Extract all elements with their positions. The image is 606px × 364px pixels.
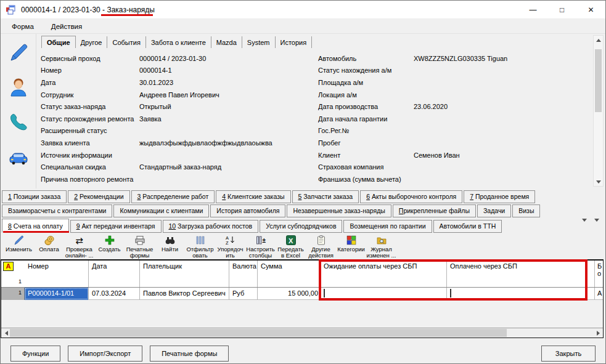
tab-obschie[interactable]: Общие — [41, 36, 76, 48]
cell-payer[interactable]: Павлов Виктор Сергеевич — [140, 288, 229, 300]
maximize-button[interactable]: □ — [547, 1, 576, 18]
column-header-currency[interactable]: Валюта — [229, 261, 258, 287]
export-excel-button[interactable]: X Передатьв Excel — [276, 233, 306, 259]
tab-vizy[interactable]: Визы — [512, 204, 540, 217]
person-icon[interactable] — [7, 76, 30, 99]
field-value[interactable]: жыдвалэфыжфдывлаофжфжыдвлаоыжва — [139, 139, 315, 147]
car-icon[interactable] — [7, 147, 30, 169]
field-value[interactable]: Заявка — [139, 115, 315, 123]
print-forms-footer-button[interactable]: Печатные формы — [150, 346, 229, 362]
tab-mazda[interactable]: Mazda — [211, 36, 242, 48]
tab-akt-peredachi[interactable]: 9 Акт передачи инвентаря — [70, 220, 162, 233]
column-header-payer[interactable]: Плательщик — [140, 261, 229, 287]
table-horizontal-scrollbar[interactable] — [1, 328, 603, 338]
column-header-sbp-pending[interactable]: Ожидание оплаты через СБП — [321, 261, 447, 287]
import-export-button[interactable]: Импорт/Экспорт — [68, 346, 142, 362]
column-header-date[interactable]: Дата — [89, 261, 140, 287]
categories-button[interactable]: Категории — [336, 233, 366, 259]
filter-button[interactable]: Отфильтровать — [185, 233, 215, 259]
sort-button[interactable]: AZ Упорядочить — [215, 233, 245, 259]
tab-zapchasti-zakaza[interactable]: 5 Запчасти заказа — [292, 190, 359, 203]
close-button[interactable]: Закрыть — [541, 346, 596, 362]
tab-avtomobili-v-ttn[interactable]: Автомобили в ТТН — [433, 220, 502, 233]
scroll-up-icon[interactable] — [594, 36, 603, 44]
print-forms-button[interactable]: Печатныеформы — [125, 233, 155, 259]
tab-klientskie-zakazy[interactable]: 4 Клиентские заказы — [216, 190, 290, 203]
edit-button[interactable]: Изменить — [4, 233, 34, 259]
close-icon[interactable]: ✕ — [576, 1, 605, 18]
field-value[interactable]: 30.01.2023 — [139, 79, 315, 86]
scrollbar-thumb[interactable] — [10, 329, 507, 337]
configure-columns-button[interactable]: ± Настроитьстолбцы — [245, 233, 276, 259]
field-value[interactable]: XW8ZZZ5NZLG030335 Tiguan — [414, 55, 592, 62]
tab-scheta-na-oplatu[interactable]: 8 Счета на оплату — [2, 219, 69, 233]
menu-deystviya[interactable]: Действия — [51, 23, 82, 30]
field-value[interactable]: Стандартный заказ-наряд — [139, 163, 315, 171]
tab-drugoe[interactable]: Другое — [76, 36, 108, 48]
cell-date[interactable]: 07.03.2024 — [89, 288, 140, 300]
cell-clipped[interactable]: А — [595, 288, 603, 300]
scroll-down-icon[interactable] — [594, 177, 603, 186]
find-button[interactable]: Найти — [155, 233, 185, 259]
tab-zabota-o-kliente[interactable]: Забота о клиенте — [146, 36, 211, 48]
tab-vzaimoraschety[interactable]: Взаиморасчеты с контрагентами — [2, 204, 112, 217]
column-header-sbp-paid[interactable]: Оплачено через СБП — [447, 261, 595, 287]
create-button[interactable]: Создать — [94, 233, 125, 259]
field-row: Пробег — [318, 137, 592, 149]
phone-icon[interactable] — [7, 111, 30, 134]
tab-label: Возмещения по гарантии — [350, 222, 425, 230]
tab-pozitsii-zakaza[interactable]: 1 Позиции заказа — [2, 190, 67, 203]
tab-nezavershennye[interactable]: Незавершенные заказ-наряды — [287, 204, 391, 217]
field-row: Статус прохождения ремонтаЗаявка — [41, 113, 315, 125]
sbp-pending-checkbox[interactable] — [324, 289, 325, 297]
tab-kommunikatsii[interactable]: Коммуникации с клиентами — [113, 204, 209, 217]
table-corner-marker[interactable]: A — [3, 262, 14, 271]
other-actions-button[interactable]: Другиедействия — [306, 233, 336, 259]
tab-prikreplennye-fayly[interactable]: Прикрепленные файлы — [393, 204, 476, 217]
tab-istoriya-avtomobilya[interactable]: История автомобиля — [210, 204, 285, 217]
tab-zagruzka-postov[interactable]: 10 Загрузка рабочих постов — [163, 220, 259, 233]
cell-invoice-number[interactable]: P0000014-1/01 — [25, 288, 89, 300]
field-label: Сотрудник — [41, 91, 139, 99]
minimize-button[interactable]: — — [518, 1, 547, 18]
field-value[interactable]: 23.06.2020 — [414, 103, 592, 110]
tab-scroll-left-icon[interactable] — [582, 222, 587, 229]
tab-system[interactable]: System — [242, 36, 276, 48]
tab-rekomendatsii[interactable]: 2 Рекомендации — [68, 190, 129, 203]
tab-label: Акты выборочного контроля — [370, 193, 456, 200]
field-value[interactable]: 0000014 / 2023-01-30 — [139, 55, 315, 62]
tab-scroll-right-icon[interactable] — [594, 222, 599, 229]
row-number-cell[interactable]: 1 — [1, 288, 25, 300]
tab-label: Автомобили в ТТН — [440, 222, 496, 230]
payment-button[interactable]: Оплата — [34, 233, 64, 259]
tab-prodannoe-vremya[interactable]: 7 Проданное время — [464, 190, 535, 203]
functions-button[interactable]: Функции — [10, 346, 60, 362]
tab-uslugi-subpodryadchikov[interactable]: Услуги субподрядчиков — [260, 220, 342, 233]
tab-akty-kontrolya[interactable]: 6 Акты выборочного контроля — [360, 190, 462, 203]
cell-sbp-paid[interactable] — [447, 288, 595, 300]
sbp-paid-checkbox[interactable] — [450, 289, 451, 297]
change-log-button[interactable]: Журнализменен ... — [366, 233, 396, 259]
tab-sobytiya[interactable]: События — [107, 36, 145, 48]
online-check-button[interactable]: ⇄ Проверкаонлайн- ... — [64, 233, 94, 259]
column-header-amount[interactable]: Сумма — [258, 261, 321, 287]
field-value[interactable]: Открытый — [139, 103, 315, 110]
scroll-right-icon[interactable] — [593, 328, 603, 338]
tab-istoriya[interactable]: История — [276, 36, 313, 48]
field-value[interactable]: Андреев Павел Игоревич — [139, 91, 315, 99]
field-value[interactable]: Семенов Иван — [414, 152, 592, 159]
field-value[interactable]: 0000014-1 — [139, 67, 315, 74]
tab-vozmescheniya[interactable]: Возмещения по гарантии — [343, 220, 432, 233]
tab-raspredelenie-rabot[interactable]: 3 Распределение работ — [131, 190, 215, 203]
form-vertical-scrollbar[interactable] — [593, 35, 604, 187]
menu-forma[interactable]: Форма — [12, 23, 34, 30]
cell-sbp-pending[interactable] — [321, 288, 447, 300]
cell-amount[interactable]: 15 000,00 — [258, 288, 321, 300]
pen-icon[interactable] — [7, 41, 30, 63]
column-header-number[interactable]: Номер — [25, 261, 89, 287]
scrollbar-thumb[interactable] — [595, 49, 602, 112]
column-header-clipped[interactable]: Бо — [595, 261, 603, 287]
cell-currency[interactable]: Руб — [229, 288, 258, 300]
field-label: Дата — [41, 79, 139, 86]
tab-zadachi[interactable]: Задачи — [477, 204, 511, 217]
